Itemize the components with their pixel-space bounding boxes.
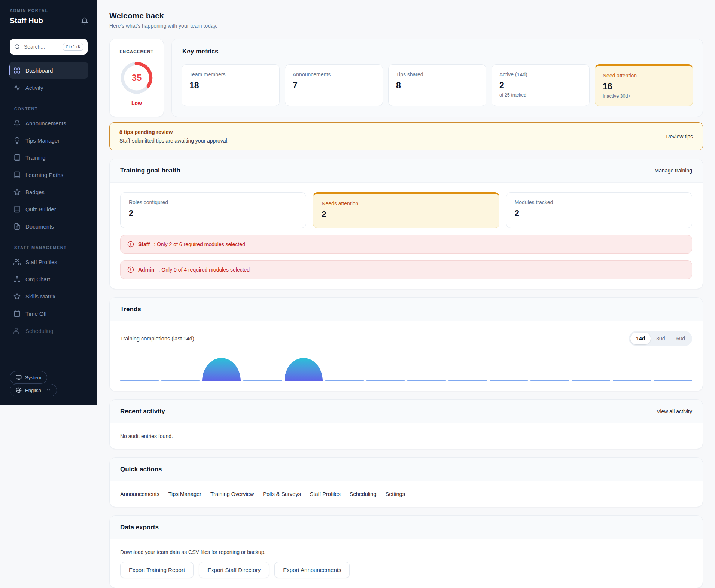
chart-baseline xyxy=(490,380,528,381)
quick-link-tips-manager[interactable]: Tips Manager xyxy=(168,491,201,497)
sidebar-item-learning-paths[interactable]: Learning Paths xyxy=(9,166,88,183)
sidebar-item-badges[interactable]: Badges xyxy=(9,184,88,200)
search-input[interactable] xyxy=(24,44,59,50)
training-alert-staff: Staff : Only 2 of 6 required modules sel… xyxy=(120,235,692,254)
sidebar-item-activity[interactable]: Activity xyxy=(9,79,88,96)
page-subtitle: Here's what's happening with your team t… xyxy=(109,23,703,29)
chart-column xyxy=(161,356,200,381)
sidebar-item-dashboard[interactable]: Dashboard xyxy=(9,62,88,79)
sidebar-item-label: Scheduling xyxy=(25,328,53,334)
sidebar-item-org-chart[interactable]: Org Chart xyxy=(9,271,88,287)
training-goal-health-section: Training goal health Manage training Rol… xyxy=(109,159,703,289)
search-shortcut-badge: Ctrl+K xyxy=(63,43,83,51)
system-theme-button[interactable]: System xyxy=(10,371,47,384)
calendar-icon xyxy=(13,310,21,317)
book-icon xyxy=(13,154,21,161)
metric-card-need-attention: Need attention 16 Inactive 30d+ xyxy=(595,64,693,106)
metric-sub: of 25 tracked xyxy=(499,92,582,98)
data-exports-body: Download your team data as CSV files for… xyxy=(110,539,703,588)
notification-bell-icon[interactable] xyxy=(81,17,88,25)
review-tips-link[interactable]: Review tips xyxy=(666,134,693,140)
sidebar-section-staff-management: STAFF MANAGEMENT xyxy=(14,245,88,250)
quick-link-polls-surveys[interactable]: Polls & Surveys xyxy=(263,491,301,497)
training-health-title: Training goal health xyxy=(120,167,180,174)
chart-column xyxy=(120,356,159,381)
sidebar-item-label: Time Off xyxy=(25,310,47,317)
metric-card-active-14d: Active (14d) 2 of 25 tracked xyxy=(492,64,590,106)
trends-header: Trends xyxy=(110,298,703,321)
grid-icon xyxy=(13,67,21,74)
alert-role: Admin xyxy=(138,267,155,273)
stat-value: 2 xyxy=(515,208,684,218)
recent-activity-header: Recent activity View all activity xyxy=(110,400,703,423)
globe-icon xyxy=(16,387,22,393)
users-icon xyxy=(13,327,21,334)
quick-link-staff-profiles[interactable]: Staff Profiles xyxy=(310,491,341,497)
star-icon xyxy=(13,189,21,196)
page-title: Welcome back xyxy=(109,11,703,20)
trends-title: Trends xyxy=(120,306,141,313)
book-icon xyxy=(13,206,21,213)
sidebar-item-label: Activity xyxy=(25,85,43,91)
sidebar-item-training[interactable]: Training xyxy=(9,149,88,166)
quick-link-announcements[interactable]: Announcements xyxy=(120,491,159,497)
metric-label: Tips shared xyxy=(396,71,478,77)
quick-actions-body: Announcements Tips Manager Training Over… xyxy=(110,481,703,507)
chart-column xyxy=(613,356,651,381)
chart-column xyxy=(243,356,282,381)
search-box[interactable]: Ctrl+K xyxy=(10,39,88,55)
sidebar-item-staff-profiles[interactable]: Staff Profiles xyxy=(9,254,88,270)
sidebar-item-quiz-builder[interactable]: Quiz Builder xyxy=(9,201,88,217)
export-staff-directory-button[interactable]: Export Staff Directory xyxy=(199,562,269,578)
sidebar-item-time-off[interactable]: Time Off xyxy=(9,305,88,322)
chart-column xyxy=(654,356,692,381)
view-all-activity-link[interactable]: View all activity xyxy=(657,408,692,414)
metric-value: 8 xyxy=(396,80,478,91)
quick-link-scheduling[interactable]: Scheduling xyxy=(350,491,377,497)
quick-action-links: Announcements Tips Manager Training Over… xyxy=(120,491,692,497)
sidebar-item-partial[interactable]: Scheduling xyxy=(9,322,88,339)
engagement-label: ENGAGEMENT xyxy=(120,49,154,54)
metric-label: Team members xyxy=(189,71,272,77)
app-root: ADMIN PORTAL Staff Hub Ctrl+K xyxy=(0,0,715,588)
language-label: English xyxy=(25,388,41,393)
manage-training-link[interactable]: Manage training xyxy=(655,168,692,174)
range-button-14d[interactable]: 14d xyxy=(630,333,651,344)
export-announcements-button[interactable]: Export Announcements xyxy=(274,562,350,578)
sidebar-header: ADMIN PORTAL Staff Hub xyxy=(0,0,97,32)
sidebar-item-label: Announcements xyxy=(25,120,66,126)
sidebar-item-skills-matrix[interactable]: Skills Matrix xyxy=(9,288,88,304)
monitor-icon xyxy=(16,374,22,380)
sidebar-item-tips-manager[interactable]: Tips Manager xyxy=(9,132,88,148)
admin-portal-label: ADMIN PORTAL xyxy=(10,8,88,13)
stat-value: 2 xyxy=(322,209,490,219)
sidebar-section-content: CONTENT xyxy=(14,107,88,111)
language-selector[interactable]: English xyxy=(10,384,57,396)
sidebar-item-label: Dashboard xyxy=(25,67,53,74)
metric-sub: Inactive 30d+ xyxy=(603,94,685,99)
quick-actions-section: Quick actions Announcements Tips Manager… xyxy=(109,457,703,507)
quick-actions-title: Quick actions xyxy=(120,466,162,473)
sidebar-item-documents[interactable]: Documents xyxy=(9,218,88,235)
stat-card-roles-configured: Roles configured 2 xyxy=(120,192,306,228)
banner-title: 8 tips pending review xyxy=(119,129,229,135)
sidebar-divider xyxy=(9,101,97,101)
engagement-score: 35 xyxy=(120,61,153,94)
quick-link-training-overview[interactable]: Training Overview xyxy=(210,491,254,497)
alert-circle-icon xyxy=(127,241,134,248)
star-icon xyxy=(13,293,21,300)
range-button-30d[interactable]: 30d xyxy=(651,333,670,344)
range-button-60d[interactable]: 60d xyxy=(671,333,691,344)
sidebar-item-label: Org Chart xyxy=(25,276,50,282)
key-metrics-section: Key metrics Team members 18 Announcement… xyxy=(171,39,703,117)
chart-column xyxy=(530,356,569,381)
key-metrics-header: Key metrics xyxy=(172,39,703,63)
quick-link-settings[interactable]: Settings xyxy=(385,491,405,497)
banner-text: 8 tips pending review Staff-submitted ti… xyxy=(119,129,229,144)
export-description: Download your team data as CSV files for… xyxy=(120,549,692,555)
main-content: Welcome back Here's what's happening wit… xyxy=(97,0,715,588)
sidebar-item-announcements[interactable]: Announcements xyxy=(9,115,88,131)
chart-bar xyxy=(202,358,241,381)
export-training-report-button[interactable]: Export Training Report xyxy=(120,562,194,578)
stat-card-needs-attention: Needs attention 2 xyxy=(313,192,499,228)
